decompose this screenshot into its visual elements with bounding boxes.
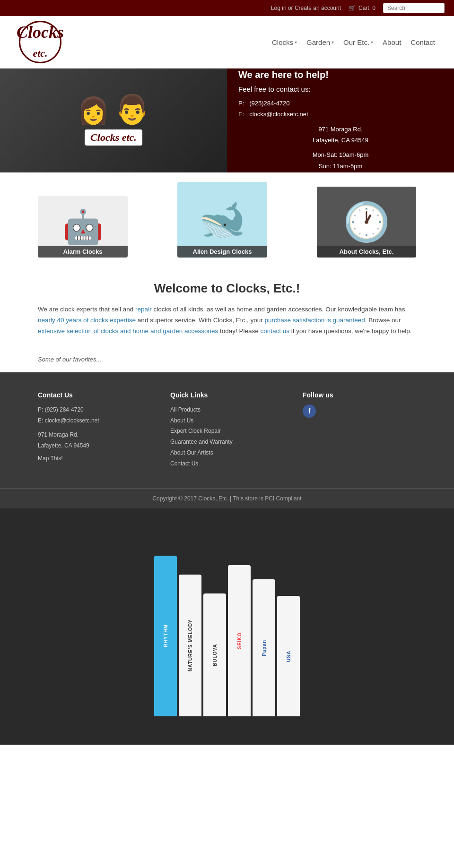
footer-link-clock-repair[interactable]: Expert Clock Repair bbox=[170, 426, 284, 437]
footer-link-about-artists[interactable]: About Our Artists bbox=[170, 447, 284, 458]
footer-copyright: Copyright © 2017 Clocks, Etc. | This sto… bbox=[0, 488, 454, 508]
cart-count: Cart: 0 bbox=[358, 5, 375, 11]
about-clocks-label: About Clocks, Etc. bbox=[317, 246, 416, 258]
top-bar: Log in or Create an account 🛒 Cart: 0 bbox=[0, 0, 454, 16]
alarm-clocks-label: Alarm Clocks bbox=[38, 246, 128, 258]
copyright-text: Copyright © 2017 Clocks, Etc. | This sto… bbox=[152, 495, 301, 502]
selection-link[interactable]: extensive selection of clocks and home a… bbox=[38, 327, 218, 335]
main-nav: Clocks ▾ Garden ▾ Our Etc. ▾ About Conta… bbox=[272, 38, 435, 46]
footer-link-all-products[interactable]: All Products bbox=[170, 404, 284, 415]
footer-email: E: clocks@clocksetc.net bbox=[38, 415, 151, 426]
nav-clocks[interactable]: Clocks ▾ bbox=[272, 38, 297, 46]
welcome-body: We are clock experts that sell and repai… bbox=[38, 304, 416, 337]
hero-email: E: clocks@clocksetc.net bbox=[238, 109, 443, 120]
hero-logo-box: Clocks etc. bbox=[85, 129, 142, 146]
contact-us-link[interactable]: contact us bbox=[261, 327, 290, 335]
chevron-down-icon: ▾ bbox=[295, 40, 297, 45]
nav-our-etc[interactable]: Our Etc. ▾ bbox=[343, 38, 373, 46]
favorites-label: Some of our favorites.... bbox=[38, 356, 103, 363]
hero-address: 971 Moraga Rd. Lafayette, CA 94549 bbox=[238, 124, 443, 146]
brand-strip-5: USA bbox=[277, 596, 300, 716]
category-allen-design[interactable]: 🐋 Allen Design Clocks bbox=[177, 182, 267, 258]
nav-about[interactable]: About bbox=[383, 38, 401, 46]
welcome-section: Welcome to Clocks, Etc.! We are clock ex… bbox=[0, 267, 454, 351]
brand-strip-4: Papan bbox=[253, 579, 275, 716]
map-link[interactable]: Map This! bbox=[38, 453, 151, 464]
create-account-link[interactable]: Create an account bbox=[295, 5, 341, 11]
favorites-section: Some of our favorites.... bbox=[0, 351, 454, 372]
footer-link-contact-us[interactable]: Contact Us bbox=[170, 458, 284, 469]
nav-garden[interactable]: Garden ▾ bbox=[306, 38, 334, 46]
or-separator: or bbox=[288, 5, 293, 11]
hero-subheadline: Feel free to contact us: bbox=[238, 85, 443, 93]
chevron-down-icon: ▾ bbox=[371, 40, 373, 45]
site-logo[interactable]: Clocksetc. bbox=[19, 21, 61, 63]
hero-contact: We are here to help! Feel free to contac… bbox=[227, 69, 454, 172]
category-alarm-clocks[interactable]: 🤖 Alarm Clocks bbox=[38, 196, 128, 258]
hero-hours: Mon-Sat: 10am-6pm Sun: 11am-5pm bbox=[238, 149, 443, 172]
welcome-title: Welcome to Clocks, Etc.! bbox=[38, 281, 416, 296]
brand-strip-3: SEIKO bbox=[228, 565, 251, 716]
footer-follow: Follow us f bbox=[303, 391, 416, 469]
footer-contact-heading: Contact Us bbox=[38, 391, 151, 399]
cart-icon: 🛒 bbox=[349, 5, 356, 11]
header: Clocksetc. Clocks ▾ Garden ▾ Our Etc. ▾ … bbox=[0, 16, 454, 69]
allen-design-label: Allen Design Clocks bbox=[177, 246, 267, 258]
brands-section: RHYTHMNATURE'S MELODYBULOVASEIKOPapanUSA bbox=[0, 508, 454, 745]
hero-logo-text: Clocks etc. bbox=[90, 131, 137, 144]
hero-phone: P: (925)284-4720 bbox=[238, 98, 443, 109]
brands-container: RHYTHMNATURE'S MELODYBULOVASEIKOPapanUSA bbox=[154, 537, 300, 716]
categories-section: 🤖 Alarm Clocks 🐋 Allen Design Clocks 🕐 A… bbox=[0, 172, 454, 267]
footer-quicklinks: Quick Links All Products About Us Expert… bbox=[170, 391, 284, 469]
category-about-clocks[interactable]: 🕐 About Clocks, Etc. bbox=[317, 187, 416, 258]
brand-strip-0: RHYTHM bbox=[154, 556, 177, 716]
footer-contact: Contact Us P: (925) 284-4720 E: clocks@c… bbox=[38, 391, 151, 469]
footer-follow-heading: Follow us bbox=[303, 391, 416, 399]
facebook-icon[interactable]: f bbox=[303, 404, 316, 418]
hero-headline: We are here to help! bbox=[238, 69, 443, 80]
hero-section: 👩 👨 Clocks etc. We are here to help! Fee… bbox=[0, 69, 454, 172]
footer-quicklinks-heading: Quick Links bbox=[170, 391, 284, 399]
login-link[interactable]: Log in bbox=[271, 5, 287, 11]
guarantee-link[interactable]: purchase satisfaction is guaranteed bbox=[264, 317, 365, 324]
logo-text: Clocksetc. bbox=[17, 23, 64, 60]
chevron-down-icon: ▾ bbox=[332, 40, 334, 45]
footer-link-guarantee[interactable]: Guarantee and Warranty bbox=[170, 437, 284, 447]
footer-address: 971 Moraga Rd. Lafayette, CA 94549 bbox=[38, 430, 151, 451]
brand-strip-2: BULOVA bbox=[203, 593, 226, 716]
forty-years-link[interactable]: nearly 40 years of clocks expertise bbox=[38, 317, 136, 324]
hero-image: 👩 👨 Clocks etc. bbox=[0, 69, 227, 172]
repair-link[interactable]: repair bbox=[135, 306, 152, 313]
search-input[interactable] bbox=[383, 3, 445, 13]
nav-contact[interactable]: Contact bbox=[410, 38, 435, 46]
login-area: Log in or Create an account bbox=[271, 5, 341, 11]
cart-area[interactable]: 🛒 Cart: 0 bbox=[349, 5, 375, 11]
footer: Contact Us P: (925) 284-4720 E: clocks@c… bbox=[0, 372, 454, 488]
founders-photo: 👩 👨 Clocks etc. bbox=[0, 69, 227, 172]
footer-phone: P: (925) 284-4720 bbox=[38, 404, 151, 415]
brand-strip-1: NATURE'S MELODY bbox=[179, 575, 201, 716]
footer-link-about-us[interactable]: About Us bbox=[170, 415, 284, 426]
logo-area[interactable]: Clocksetc. bbox=[19, 21, 61, 63]
